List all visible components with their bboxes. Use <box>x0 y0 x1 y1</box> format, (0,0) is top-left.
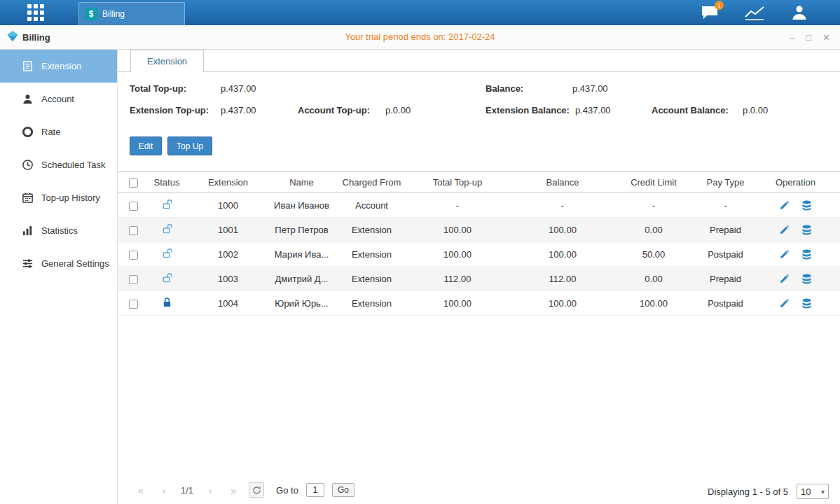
topup-coins-icon[interactable] <box>801 249 813 260</box>
account-icon <box>21 93 34 106</box>
cell-total-topup: 100.00 <box>408 298 507 309</box>
status-lock-icon <box>162 275 172 286</box>
cell-name: Мария Ива... <box>268 249 335 260</box>
topup-coins-icon[interactable] <box>801 200 813 211</box>
topup-coins-icon[interactable] <box>801 298 813 309</box>
statistics-icon <box>21 225 34 237</box>
cell-pay-type: Postpaid <box>689 249 762 260</box>
cell-balance: 100.00 <box>507 249 619 260</box>
edit-icon[interactable] <box>779 225 790 235</box>
billing-app-tab[interactable]: $ Billing <box>78 2 185 25</box>
total-topup-value: p.437.00 <box>221 83 256 94</box>
tab-strip: Extension <box>118 50 840 72</box>
row-checkbox[interactable] <box>129 300 138 309</box>
row-checkbox[interactable] <box>129 226 138 235</box>
cell-name: Юрий Юрь... <box>268 298 335 309</box>
row-checkbox[interactable] <box>129 202 138 211</box>
sidebar-item-rate[interactable]: Rate <box>0 115 117 148</box>
prev-page-icon[interactable]: ‹ <box>156 482 172 498</box>
general-settings-icon <box>21 258 34 270</box>
edit-icon[interactable] <box>779 249 790 260</box>
edit-icon[interactable] <box>779 274 790 284</box>
user-icon[interactable] <box>790 4 809 22</box>
billing-summary: Total Top-up: p.437.00 Balance: p.437.00… <box>118 80 840 136</box>
extension-topup-value: p.437.00 <box>221 105 256 115</box>
cell-pay-type: - <box>689 200 762 211</box>
edit-icon[interactable] <box>779 298 790 309</box>
sidebar-item-topup-history[interactable]: Top-up History <box>0 181 117 214</box>
table-body: 1000 Иван Иванов Account - - - - 1001 Пе… <box>118 193 840 316</box>
cell-pay-type: Prepaid <box>689 274 762 284</box>
go-button[interactable]: Go <box>332 483 354 497</box>
sidebar-item-scheduled-task[interactable]: Scheduled Task <box>0 148 117 181</box>
header-credit-limit: Credit Limit <box>619 177 689 188</box>
extension-balance-label: Extension Balance: <box>486 105 570 115</box>
cell-extension: 1004 <box>188 298 268 309</box>
topup-coins-icon[interactable] <box>801 225 813 235</box>
header-charged-from: Charged From <box>335 177 408 188</box>
goto-page-input[interactable] <box>306 483 324 497</box>
cell-pay-type: Prepaid <box>689 225 762 235</box>
account-balance-label: Account Balance: <box>652 105 729 115</box>
page-size-value: 10 <box>801 486 811 497</box>
status-lock-icon <box>162 251 172 261</box>
chart-icon[interactable] <box>745 4 764 22</box>
sidebar-item-label: Extension <box>41 61 81 71</box>
displaying-text: Displaying 1 - 5 of 5 <box>708 486 788 497</box>
table-row: 1004 Юрий Юрь... Extension 100.00 100.00… <box>118 291 840 316</box>
cell-charged-from: Extension <box>335 249 408 260</box>
minimize-icon[interactable]: – <box>790 32 794 43</box>
balance-label: Balance: <box>486 83 523 94</box>
topup-history-icon <box>21 192 34 204</box>
topup-coins-icon[interactable] <box>801 274 813 284</box>
main-content: Extension Total Top-up: p.437.00 Balance… <box>118 50 840 504</box>
close-icon[interactable]: ✕ <box>822 32 830 43</box>
total-topup-label: Total Top-up: <box>130 83 186 94</box>
sidebar-item-label: Top-up History <box>41 192 100 203</box>
billing-app-tab-label: Billing <box>102 9 125 19</box>
row-checkbox[interactable] <box>129 251 138 260</box>
account-topup-label: Account Top-up: <box>298 105 370 115</box>
cell-balance: 112.00 <box>507 274 619 284</box>
extension-balance-value: p.437.00 <box>575 105 611 115</box>
topbar-right-icons: ! <box>700 0 809 25</box>
sidebar-item-extension[interactable]: Extension <box>0 50 117 83</box>
goto-label: Go to <box>276 485 298 496</box>
cell-balance: 100.00 <box>507 225 619 235</box>
edit-button[interactable]: Edit <box>130 136 162 155</box>
status-lock-icon <box>162 226 172 237</box>
cell-total-topup: 100.00 <box>408 225 507 235</box>
refresh-icon[interactable] <box>249 482 264 498</box>
last-page-icon[interactable]: » <box>226 482 241 498</box>
app-grid-icon[interactable] <box>27 4 46 22</box>
messages-icon[interactable]: ! <box>700 4 719 22</box>
sidebar-item-general-settings[interactable]: General Settings <box>0 247 117 280</box>
header-pay-type: Pay Type <box>689 177 762 188</box>
account-topup-value: p.0.00 <box>385 105 411 115</box>
cell-extension: 1000 <box>188 200 268 211</box>
edit-icon[interactable] <box>779 200 790 211</box>
notification-badge: ! <box>715 1 724 10</box>
first-page-icon[interactable]: « <box>133 482 149 498</box>
sidebar-item-label: Rate <box>41 127 60 137</box>
cell-total-topup: - <box>408 200 507 211</box>
tab-extension[interactable]: Extension <box>130 50 204 73</box>
select-all-checkbox[interactable] <box>129 178 138 188</box>
cell-total-topup: 100.00 <box>408 249 507 260</box>
account-balance-value: p.0.00 <box>743 105 768 115</box>
cell-name: Дмитрий Д... <box>268 274 335 284</box>
header-extension: Extension <box>188 177 268 188</box>
next-page-icon[interactable]: › <box>202 482 218 498</box>
sidebar-item-statistics[interactable]: Statistics <box>0 214 117 247</box>
cell-credit-limit: 100.00 <box>619 298 689 309</box>
extension-topup-label: Extension Top-up: <box>130 105 209 115</box>
sidebar-item-account[interactable]: Account <box>0 83 117 115</box>
maximize-icon[interactable]: □ <box>806 32 811 43</box>
cell-credit-limit: 0.00 <box>619 274 689 284</box>
cell-name: Иван Иванов <box>268 200 335 211</box>
top-up-button[interactable]: Top Up <box>167 136 212 155</box>
page-size-select[interactable]: 10 ▾ <box>797 484 829 499</box>
extension-icon <box>21 60 34 73</box>
row-checkbox[interactable] <box>129 275 138 284</box>
rate-icon <box>21 126 34 139</box>
